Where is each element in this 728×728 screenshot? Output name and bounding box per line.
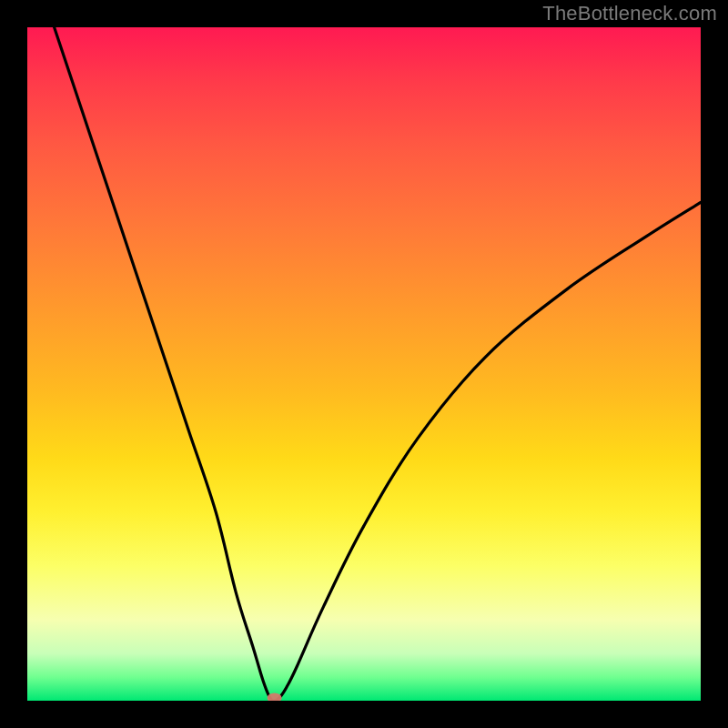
bottleneck-curve	[55, 27, 701, 701]
curve-layer	[27, 27, 701, 701]
chart-frame: TheBottleneck.com	[0, 0, 728, 728]
optimal-point-marker	[268, 693, 282, 702]
attribution-text: TheBottleneck.com	[542, 2, 717, 25]
plot-area	[27, 27, 701, 701]
